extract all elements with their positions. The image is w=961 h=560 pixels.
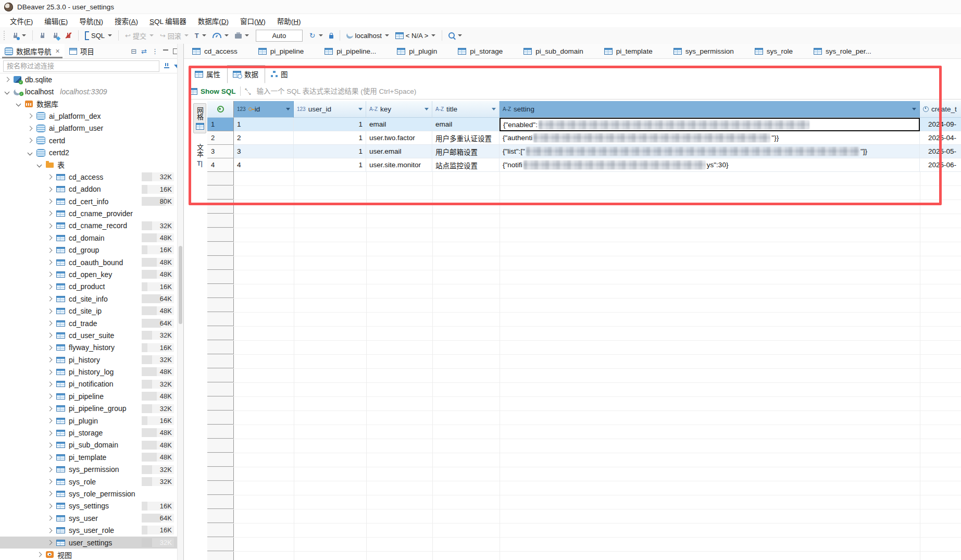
row-number-cell[interactable]: 4 — [207, 158, 234, 172]
dashboard-button[interactable] — [210, 31, 231, 40]
editor-tab-sys_role[interactable]: sys_role — [752, 45, 796, 58]
cell-create_t[interactable]: 2024-09- — [920, 118, 961, 131]
chevron-right-icon[interactable] — [47, 284, 53, 289]
chevron-right-icon[interactable] — [47, 296, 53, 302]
tree-item-cd_open_key[interactable]: cd_open_key48K — [0, 268, 177, 280]
auto-commit-select[interactable]: Auto — [256, 30, 303, 42]
chevron-right-icon[interactable] — [47, 186, 53, 192]
tree-item-sys_user_role[interactable]: sys_user_role16K — [0, 524, 177, 536]
tree-item-sys_settings[interactable]: sys_settings16K — [0, 500, 177, 512]
menu-item-2[interactable]: 导航(N) — [73, 14, 109, 28]
chevron-right-icon[interactable] — [37, 552, 42, 557]
empty-row-number-cell[interactable] — [207, 524, 234, 537]
editor-tab-pi_pipeline[interactable]: pi_pipeline... — [321, 45, 379, 58]
cell-title[interactable]: email — [432, 118, 500, 131]
transaction-mode-button[interactable]: T — [192, 31, 209, 41]
chevron-right-icon[interactable] — [47, 479, 53, 484]
cell-title[interactable]: 用户邮箱设置 — [432, 145, 500, 158]
cell-title[interactable]: 站点监控设置 — [432, 158, 500, 172]
column-header-id[interactable]: 123id — [234, 101, 294, 118]
empty-row-number-cell[interactable] — [207, 538, 234, 551]
chevron-right-icon[interactable] — [47, 333, 53, 338]
tree-item-pi_history[interactable]: pi_history32K — [0, 354, 177, 366]
cell-id[interactable]: 2 — [234, 131, 294, 145]
expand-filter-icon[interactable]: ↖↘ — [245, 88, 252, 95]
new-connection-button[interactable] — [9, 31, 29, 41]
view-menu-icon[interactable]: ⋮ — [152, 47, 158, 55]
cell-setting[interactable]: {"authenti"}} — [500, 131, 920, 145]
chevron-down-icon[interactable] — [37, 162, 42, 167]
chevron-right-icon[interactable] — [47, 516, 53, 521]
tree-scrollbar[interactable] — [177, 44, 183, 560]
chevron-down-icon[interactable] — [16, 102, 21, 107]
tree-item-localhost[interactable]: ✓localhostlocalhost:3309 — [0, 85, 177, 97]
empty-row-number-cell[interactable] — [207, 355, 234, 368]
menu-item-5[interactable]: 数据库(D) — [192, 14, 234, 28]
chevron-right-icon[interactable] — [47, 369, 53, 375]
tree-item-flyway_history[interactable]: flyway_history16K — [0, 342, 177, 354]
tree-item-pi_template[interactable]: pi_template48K — [0, 451, 177, 463]
sql-filter-input[interactable] — [256, 87, 961, 96]
sql-editor-button[interactable]: SQL — [82, 30, 115, 42]
menu-item-1[interactable]: 编辑(E) — [39, 14, 73, 28]
chevron-right-icon[interactable] — [47, 394, 53, 399]
empty-row-number-cell[interactable] — [207, 327, 234, 340]
empty-row-number-cell[interactable] — [207, 397, 234, 410]
editor-tab-pi_plugin[interactable]: pi_plugin — [394, 45, 440, 58]
tree-item-cd_product[interactable]: cd_product16K — [0, 281, 177, 293]
tree-item-cd_user_suite[interactable]: cd_user_suite32K — [0, 329, 177, 341]
editor-tab-pi_pipeline[interactable]: pi_pipeline — [255, 45, 307, 58]
chevron-down-icon[interactable] — [5, 89, 10, 94]
commit-button[interactable]: ↩提交 — [122, 29, 156, 42]
presentation-tab-grid[interactable]: 网格 — [193, 103, 206, 133]
editor-tab-sys_role_per[interactable]: sys_role_per... — [810, 45, 875, 58]
tree-item-cd_group[interactable]: cd_group16K — [0, 244, 177, 256]
empty-row-number-cell[interactable] — [207, 341, 234, 354]
chevron-right-icon[interactable] — [47, 345, 53, 350]
chevron-right-icon[interactable] — [47, 357, 53, 363]
tree-item-pi_plugin[interactable]: pi_plugin16K — [0, 415, 177, 427]
cell-user_id[interactable]: 1 — [294, 118, 366, 131]
cell-key[interactable]: email — [366, 118, 432, 131]
column-filter-caret-icon[interactable] — [492, 108, 496, 110]
empty-row-number-cell[interactable] — [207, 467, 234, 481]
chevron-right-icon[interactable] — [47, 430, 53, 435]
column-filter-caret-icon[interactable] — [358, 108, 363, 110]
column-header-setting[interactable]: A-Zsetting — [500, 101, 920, 118]
menu-item-3[interactable]: 搜索(A) — [109, 14, 144, 28]
empty-row-number-cell[interactable] — [207, 425, 234, 439]
chevron-right-icon[interactable] — [5, 77, 10, 82]
tree-item-pi_notification[interactable]: pi_notification32K — [0, 378, 177, 390]
tree-item-certd[interactable]: certd — [0, 134, 177, 146]
empty-row-number-cell[interactable] — [207, 172, 234, 185]
empty-row-number-cell[interactable] — [207, 509, 234, 523]
search-button[interactable] — [446, 31, 465, 40]
editor-tab-pi_storage[interactable]: pi_storage — [455, 45, 506, 58]
cell-user_id[interactable]: 1 — [294, 145, 366, 158]
tree-item-cd_domain[interactable]: cd_domain48K — [0, 232, 177, 244]
empty-row-number-cell[interactable] — [207, 453, 234, 467]
chevron-right-icon[interactable] — [47, 308, 53, 314]
column-header-key[interactable]: A-Zkey — [366, 101, 432, 118]
chevron-right-icon[interactable] — [47, 211, 53, 216]
tree-item-ai_platform_dex[interactable]: ai_platform_dex — [0, 110, 177, 122]
tree-item-sys_user[interactable]: sys_user64K — [0, 512, 177, 524]
presentation-tab-text[interactable]: 文本T| — [194, 141, 206, 170]
show-sql-button[interactable]: Show SQL — [189, 88, 236, 95]
chevron-right-icon[interactable] — [47, 418, 53, 424]
empty-row-number-cell[interactable] — [207, 411, 234, 425]
row-number-cell[interactable]: 3 — [207, 145, 234, 158]
chevron-right-icon[interactable] — [47, 235, 53, 241]
empty-row-number-cell[interactable] — [207, 242, 234, 256]
chevron-right-icon[interactable] — [47, 467, 53, 472]
cell-id[interactable]: 1 — [234, 118, 294, 131]
empty-row-number-cell[interactable] — [207, 552, 234, 560]
empty-row-number-cell[interactable] — [207, 256, 234, 270]
tree-item-cd_oauth_bound[interactable]: cd_oauth_bound48K — [0, 256, 177, 268]
chevron-right-icon[interactable] — [47, 540, 53, 545]
cell-key[interactable]: user.two.factor — [366, 131, 432, 145]
empty-row-number-cell[interactable] — [207, 313, 234, 326]
empty-row-number-cell[interactable] — [207, 481, 234, 495]
menu-item-7[interactable]: 帮助(H) — [271, 14, 307, 28]
lock-button[interactable] — [327, 31, 336, 40]
